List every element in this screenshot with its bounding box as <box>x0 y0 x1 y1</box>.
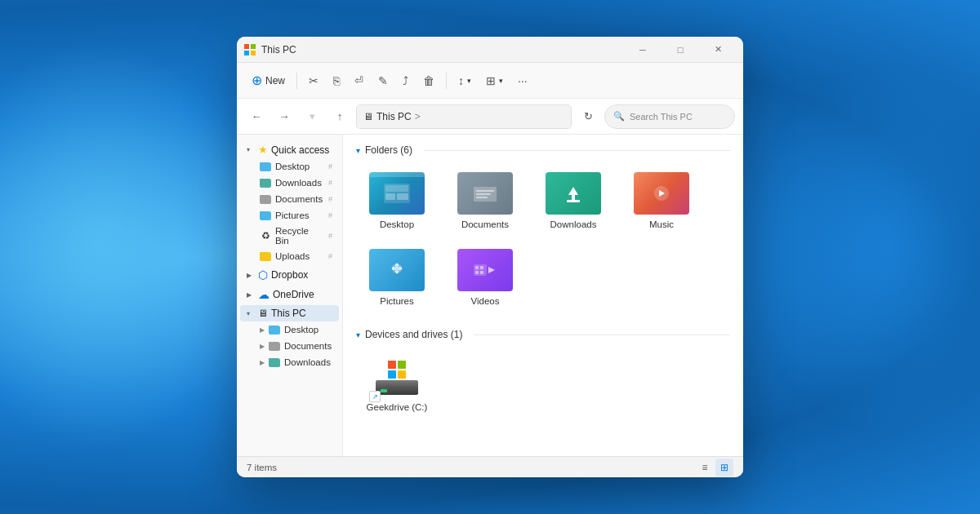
svg-rect-6 <box>397 193 408 200</box>
shortcut-arrow-icon: ↗ <box>369 391 381 402</box>
folder-item-music[interactable]: Music <box>621 166 702 236</box>
section-divider <box>424 150 730 151</box>
thispc-downloads-label: Downloads <box>284 357 331 367</box>
pin-icon-3: # <box>328 195 332 203</box>
sidebar-thispc-downloads[interactable]: ▶ Downloads <box>240 354 339 370</box>
more-button[interactable]: ··· <box>511 71 534 91</box>
expand-icon-2: ▶ <box>260 343 265 350</box>
list-view-button[interactable]: ≡ <box>696 459 714 476</box>
sidebar-dropbox-header[interactable]: ▶ ⬡ Dropbox <box>240 266 339 284</box>
sort-icon: ↕ <box>458 74 464 87</box>
search-box[interactable]: 🔍 Search This PC <box>604 104 735 129</box>
thispc-desktop-label: Desktop <box>284 325 318 335</box>
address-path[interactable]: 🖥 This PC > <box>356 104 572 129</box>
drives-section-header: ▾ Devices and drives (1) <box>356 329 730 340</box>
sidebar-item-documents[interactable]: Documents # <box>240 191 339 207</box>
delete-button[interactable]: 🗑 <box>416 71 441 91</box>
grid-view-button[interactable]: ⊞ <box>715 459 733 476</box>
svg-rect-3 <box>251 51 256 55</box>
star-icon: ★ <box>258 144 268 156</box>
chevron-right-icon-2: ▶ <box>247 291 255 299</box>
close-button[interactable]: ✕ <box>699 37 737 63</box>
win-square-yellow <box>398 370 406 379</box>
sidebar-onedrive-header[interactable]: ▶ ☁ OneDrive <box>240 286 339 304</box>
main-content: ▾ ★ Quick access Desktop # Downloads <box>237 135 743 456</box>
sidebar-uploads-label: Uploads <box>275 251 310 261</box>
new-button[interactable]: ⊕ New <box>245 69 292 91</box>
pictures-folder-icon <box>260 210 271 221</box>
sidebar-thispc-header[interactable]: ▾ 🖥 This PC <box>240 305 339 321</box>
sidebar-item-uploads[interactable]: Uploads # <box>240 248 339 264</box>
music-folder-art <box>647 182 676 205</box>
sidebar-thispc-documents[interactable]: ▶ Documents <box>240 338 339 354</box>
maximize-button[interactable]: □ <box>662 37 699 63</box>
win-square-green <box>398 361 406 369</box>
status-bar: 7 items ≡ ⊞ <box>237 456 743 477</box>
folder-item-documents[interactable]: Documents <box>444 166 526 236</box>
chevron-down-icon-2: ▾ <box>247 310 255 317</box>
folder-item-desktop[interactable]: Desktop <box>356 166 438 236</box>
sort-button[interactable]: ↕ ▾ <box>452 71 478 91</box>
drive-item-c[interactable]: ↗ Geekdrive (C:) <box>356 350 438 419</box>
item-count: 7 items <box>247 463 277 472</box>
cut-button[interactable]: ✂ <box>302 71 325 91</box>
sort-chevron: ▾ <box>467 77 471 85</box>
uploads-folder-icon <box>260 250 271 262</box>
folder-item-videos[interactable]: Videos <box>444 242 526 312</box>
videos-folder-art <box>470 259 500 281</box>
path-pc-icon: 🖥 <box>363 111 373 122</box>
paste-button[interactable]: ⏎ <box>348 71 370 90</box>
chevron-right-icon: ▶ <box>247 272 255 279</box>
quick-access-label: Quick access <box>271 144 329 156</box>
back-button[interactable]: ← <box>245 105 268 128</box>
path-part: This PC <box>376 111 412 122</box>
sidebar-item-desktop[interactable]: Desktop # <box>240 158 339 175</box>
sidebar-thispc-desktop[interactable]: ▶ Desktop <box>240 321 339 338</box>
downloads-folder-label: Downloads <box>550 219 597 229</box>
titlebar-icon <box>243 43 256 56</box>
pictures-folder-label: Pictures <box>380 296 414 306</box>
chevron-down-icon: ▾ <box>247 146 255 153</box>
expand-icon: ▶ <box>260 326 265 334</box>
sidebar-documents-label: Documents <box>275 194 323 204</box>
explorer-window: This PC ─ □ ✕ ⊕ New ✂ ⎘ ⏎ ✎ ⤴ 🗑 <box>237 37 743 477</box>
delete-icon: 🗑 <box>423 74 434 87</box>
sidebar: ▾ ★ Quick access Desktop # Downloads <box>237 135 343 456</box>
path-chevron: > <box>415 111 421 122</box>
drives-grid: ↗ Geekdrive (C:) <box>356 350 730 419</box>
svg-rect-20 <box>475 271 479 274</box>
documents-folder-art <box>470 182 500 205</box>
folder-thumb-videos <box>457 249 513 291</box>
copy-button[interactable]: ⎘ <box>327 71 346 91</box>
folders-section-header: ▾ Folders (6) <box>356 144 730 156</box>
svg-rect-13 <box>567 200 580 202</box>
folder-item-downloads[interactable]: Downloads <box>532 166 614 236</box>
paste-icon: ⏎ <box>354 74 363 86</box>
rename-button[interactable]: ✎ <box>372 71 394 91</box>
documents-icon <box>269 340 280 352</box>
share-button[interactable]: ⤴ <box>396 71 415 91</box>
toolbar-separator <box>296 73 297 89</box>
sidebar-item-pictures[interactable]: Pictures # <box>240 207 339 224</box>
up-button[interactable]: ↑ <box>328 105 351 128</box>
dropbox-icon: ⬡ <box>258 268 268 281</box>
refresh-button[interactable]: ↻ <box>577 105 599 128</box>
pin-icon-4: # <box>328 211 332 219</box>
svg-marker-22 <box>488 267 495 273</box>
win-square-blue <box>388 370 396 379</box>
folder-item-pictures[interactable]: Pictures <box>356 242 438 312</box>
music-folder-label: Music <box>649 219 674 229</box>
svg-marker-12 <box>568 187 578 200</box>
sidebar-item-recycle-bin[interactable]: ♻ Recycle Bin # <box>240 224 339 248</box>
sidebar-item-downloads[interactable]: Downloads # <box>240 175 339 191</box>
minimize-button[interactable]: ─ <box>624 37 662 63</box>
recycle-bin-icon: ♻ <box>260 230 271 241</box>
sidebar-quick-access-section: ▾ ★ Quick access Desktop # Downloads <box>237 141 342 264</box>
forward-button[interactable]: → <box>273 105 296 128</box>
recent-button[interactable]: ▾ <box>301 105 323 128</box>
sidebar-quick-access-header[interactable]: ▾ ★ Quick access <box>240 141 339 158</box>
view-button[interactable]: ⊞ ▾ <box>479 71 510 91</box>
svg-rect-21 <box>480 271 483 274</box>
documents-folder-label: Documents <box>461 219 509 229</box>
folder-thumb-desktop <box>369 172 425 215</box>
